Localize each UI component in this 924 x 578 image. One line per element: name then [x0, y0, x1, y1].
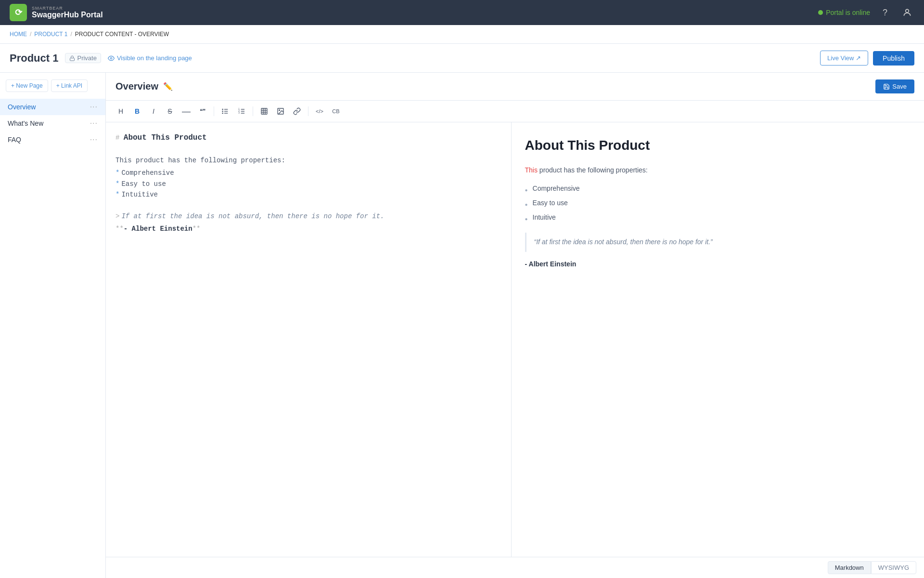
preview-author: - Albert Einstein — [525, 259, 911, 270]
bullet-icon-1: ● — [525, 186, 528, 194]
breadcrumb: HOME / PRODUCT 1 / PRODUCT CONTENT - OVE… — [0, 25, 924, 44]
toolbar-link[interactable] — [290, 105, 304, 118]
md-blockquote: > If at first the idea is not absurd, th… — [116, 211, 501, 222]
md-list-item-1: * Comprehensive — [116, 168, 501, 178]
badge-private: Private — [65, 53, 101, 63]
editor-toolbar: H B I S — ❝❞ 123 </> CB — [106, 101, 924, 122]
editor-title: Overview — [116, 81, 158, 92]
split-editor: # About This Product This product has th… — [106, 122, 924, 557]
list-text-2: Easy to use — [533, 197, 568, 209]
toolbar-bullet-list[interactable] — [218, 105, 232, 118]
tab-wysiwyg[interactable]: WYSIWYG — [871, 561, 916, 574]
svg-text:3: 3 — [238, 112, 240, 114]
svg-point-0 — [906, 9, 909, 13]
preview-para: This product has the following propertie… — [525, 165, 911, 176]
top-nav: ⟳ SMARTBEAR SwaggerHub Portal Portal is … — [0, 0, 924, 25]
top-nav-right: Portal is online ? — [818, 5, 914, 20]
page-header: Product 1 Private Visible on the landing… — [0, 44, 924, 73]
toolbar-heading[interactable]: H — [114, 105, 128, 118]
preview-list-item-3: ● Intuitive — [525, 210, 911, 225]
md-author: **- Albert Einstein** — [116, 223, 501, 234]
toolbar-bold[interactable]: B — [130, 105, 144, 118]
link-api-button[interactable]: + Link API — [51, 79, 88, 92]
tab-markdown[interactable]: Markdown — [828, 561, 871, 574]
brand-area: ⟳ SMARTBEAR SwaggerHub Portal — [10, 4, 103, 21]
md-para: This product has the following propertie… — [116, 155, 501, 166]
toolbar-hr[interactable]: — — [179, 105, 193, 118]
help-button[interactable]: ? — [878, 5, 892, 20]
sidebar-item-label: Overview — [8, 103, 36, 111]
blockquote-text: “If at first the idea is not absurd, the… — [534, 238, 713, 246]
md-heading-line: # About This Product — [116, 132, 501, 144]
sidebar-item-whats-new[interactable]: What's New ··· — [0, 115, 105, 131]
md-list-item-2: * Easy to use — [116, 179, 501, 189]
breadcrumb-product[interactable]: PRODUCT 1 — [34, 31, 67, 38]
list-text-3: Intuitive — [533, 212, 556, 223]
editor-area: Overview ✏️ Save H B I S — ❝❞ 123 — [106, 73, 924, 578]
md-heading-text: About This Product — [124, 133, 207, 142]
svg-point-7 — [222, 111, 223, 111]
toolbar-table[interactable] — [257, 105, 271, 118]
save-icon — [883, 83, 890, 90]
preview-blockquote: “If at first the idea is not absurd, the… — [525, 233, 911, 252]
svg-rect-1 — [70, 58, 75, 61]
preview-list: ● Comprehensive ● Easy to use ● Intuitiv… — [525, 182, 911, 224]
svg-point-2 — [110, 57, 112, 59]
editor-header: Overview ✏️ Save — [106, 73, 924, 101]
svg-rect-15 — [261, 108, 267, 114]
breadcrumb-current: PRODUCT CONTENT - OVERVIEW — [75, 31, 169, 38]
toolbar-italic[interactable]: I — [146, 105, 161, 118]
link-api-label: + Link API — [56, 82, 82, 89]
md-hash: # — [116, 134, 124, 142]
sidebar-item-faq[interactable]: FAQ ··· — [0, 131, 105, 148]
breadcrumb-sep-2: / — [70, 31, 72, 38]
toolbar-divider-2 — [253, 106, 253, 116]
list-text-1: Comprehensive — [533, 183, 580, 195]
bullet-icon-3: ● — [525, 215, 528, 223]
badge-visible: Visible on the landing page — [108, 54, 192, 62]
sidebar-item-overview[interactable]: Overview ··· — [0, 99, 105, 115]
preview-pane: About This Product This product has the … — [512, 122, 924, 557]
faq-more-icon[interactable]: ··· — [90, 135, 98, 144]
toolbar-quote[interactable]: ❝❞ — [195, 105, 210, 118]
brand-text: SMARTBEAR SwaggerHub Portal — [32, 6, 103, 19]
portal-dot — [818, 10, 823, 15]
new-page-label: + New Page — [11, 82, 43, 89]
user-button[interactable] — [900, 5, 914, 20]
breadcrumb-home[interactable]: HOME — [10, 31, 27, 38]
toolbar-codeblock[interactable]: CB — [329, 105, 343, 118]
edit-title-icon[interactable]: ✏️ — [163, 82, 173, 91]
overview-more-icon[interactable]: ··· — [90, 103, 98, 111]
lock-icon — [69, 55, 75, 61]
md-list-item-3: * Intuitive — [116, 189, 501, 200]
toolbar-divider-1 — [214, 106, 214, 116]
portal-status: Portal is online — [818, 9, 870, 16]
toolbar-strikethrough[interactable]: S — [163, 105, 177, 118]
toolbar-code[interactable]: </> — [312, 105, 327, 118]
preview-list-item-1: ● Comprehensive — [525, 182, 911, 196]
new-page-button[interactable]: + New Page — [6, 79, 48, 92]
breadcrumb-sep-1: / — [30, 31, 31, 38]
toolbar-divider-3 — [308, 106, 308, 116]
sidebar: + New Page + Link API Overview ··· What'… — [0, 73, 106, 578]
bullet-icon-2: ● — [525, 200, 528, 209]
toolbar-image[interactable] — [273, 105, 288, 118]
main-layout: + New Page + Link API Overview ··· What'… — [0, 73, 924, 578]
whats-new-more-icon[interactable]: ··· — [90, 119, 98, 128]
bottom-bar: Markdown WYSIWYG — [106, 557, 924, 578]
toolbar-ordered-list[interactable]: 123 — [234, 105, 249, 118]
svg-point-6 — [222, 109, 223, 109]
brand-small: SMARTBEAR — [32, 6, 103, 11]
portal-status-text: Portal is online — [826, 9, 870, 16]
page-title: Product 1 — [10, 52, 58, 65]
page-header-left: Product 1 Private Visible on the landing… — [10, 52, 192, 65]
save-button[interactable]: Save — [875, 79, 914, 93]
page-header-right: Live View ↗ Publish — [820, 51, 914, 66]
sidebar-item-label: What's New — [8, 119, 43, 127]
preview-list-item-2: ● Easy to use — [525, 196, 911, 210]
logo-icon: ⟳ — [10, 4, 27, 21]
live-view-button[interactable]: Live View ↗ — [820, 51, 868, 66]
markdown-pane[interactable]: # About This Product This product has th… — [106, 122, 512, 557]
publish-button[interactable]: Publish — [873, 51, 914, 66]
svg-point-8 — [222, 113, 223, 113]
